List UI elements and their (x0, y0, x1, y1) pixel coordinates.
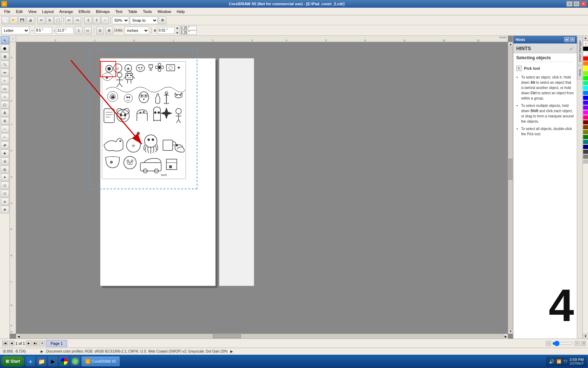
scroll-left-button[interactable]: ◀ (16, 334, 21, 339)
hints-close-button[interactable]: ✕ (570, 37, 575, 42)
import-button[interactable]: ⇩ (84, 16, 92, 24)
color-green[interactable] (583, 76, 588, 80)
shape-tool-button[interactable]: ⬟ (1, 45, 9, 52)
page-tab-1[interactable]: Page 1 (46, 340, 67, 347)
scroll-thumb-v[interactable] (509, 159, 512, 180)
new-button[interactable]: 📄 (1, 16, 9, 24)
color-purple-blue[interactable] (583, 101, 588, 105)
scroll-up-button[interactable]: ▲ (508, 42, 513, 47)
taskbar-coreldraw-item[interactable]: C CorelDRAW X5 (82, 356, 120, 366)
color-pink[interactable] (583, 115, 588, 120)
tray-network-icon[interactable]: 📶 (556, 359, 561, 364)
ellipse-tool-button[interactable]: ○ (1, 93, 9, 101)
tray-shield-icon[interactable]: 🛡 (564, 359, 567, 363)
text-tool-button[interactable]: A (1, 109, 9, 117)
menu-help[interactable]: Help (174, 9, 188, 14)
color-black[interactable] (583, 47, 588, 51)
page-next-button[interactable]: ▶ (26, 341, 31, 346)
color-gray[interactable] (583, 155, 588, 159)
connector-tool-button[interactable]: ⌐ (1, 133, 9, 141)
nudge-input[interactable] (157, 27, 175, 34)
color-brown[interactable] (583, 125, 588, 129)
menu-file[interactable]: File (1, 9, 13, 14)
workspace[interactable]: ⊙ ★ (16, 42, 508, 334)
menu-effects[interactable]: Effects (76, 9, 93, 14)
scroll-thumb-h[interactable] (213, 334, 241, 338)
zoom-fit-button[interactable]: ⊡ (581, 341, 586, 346)
page-prev-button[interactable]: ◀ (9, 341, 14, 346)
menu-window[interactable]: Window (155, 9, 174, 14)
snap-select[interactable]: Snap to (130, 16, 158, 24)
scrollbar-vertical[interactable]: ▲ ▼ (508, 42, 513, 334)
color-navy[interactable] (583, 145, 588, 149)
rectangle-tool-button[interactable]: ▭ (1, 85, 9, 93)
quick-launch-coreldraw[interactable]: C (70, 356, 80, 366)
publish-button[interactable]: ↑ (101, 16, 109, 24)
pick-tool-button[interactable]: ↖ (1, 36, 9, 44)
close-button[interactable]: ✕ (580, 1, 587, 7)
crop-tool-button[interactable]: ⊞ (1, 53, 9, 60)
portrait-button[interactable]: ▯ (75, 27, 83, 34)
distort-tool-button[interactable]: ⊕ (1, 206, 9, 213)
color-none[interactable]: ✕ (583, 41, 588, 46)
options-button[interactable]: ⚙ (159, 16, 166, 24)
nudge2-input[interactable] (179, 26, 197, 30)
smartfill-tool-button[interactable]: ✦ (1, 173, 9, 181)
quick-launch-media[interactable]: ▶ (48, 356, 58, 366)
hints-side-tab[interactable]: Hints (577, 66, 583, 80)
menu-table[interactable]: Table (125, 9, 140, 14)
color-yellow[interactable] (583, 66, 588, 70)
quick-launch-ie[interactable]: e (26, 356, 35, 366)
color-scroll-down[interactable]: ▼ (583, 334, 588, 339)
scroll-down-button[interactable]: ▼ (508, 329, 513, 334)
canvas-area[interactable]: ↗ -2 -1 0 1 2 3 4 5 6 8 10 12 (10, 36, 513, 339)
page-options-button[interactable]: ⊡ (96, 27, 104, 34)
color-teal[interactable] (583, 140, 588, 144)
menu-layout[interactable]: Layout (39, 9, 56, 14)
table-tool-button[interactable]: ⊟ (1, 117, 9, 125)
polygon-tool-button[interactable]: ⬡ (1, 101, 9, 109)
menu-arrange[interactable]: Arrange (56, 9, 76, 14)
zoom-select[interactable]: 50% (112, 16, 129, 24)
zoom-slider[interactable] (552, 342, 573, 345)
color-magenta[interactable] (583, 110, 588, 115)
color-purple[interactable] (583, 105, 588, 110)
copy-button[interactable]: ⎘ (46, 16, 54, 24)
undo-button[interactable]: ↩ (65, 16, 73, 24)
blend-tool-button[interactable]: ⇌ (1, 141, 9, 149)
save-button[interactable]: 💾 (18, 16, 26, 24)
color-yellow-green[interactable] (583, 71, 588, 75)
minimize-button[interactable]: − (566, 1, 573, 7)
landscape-button[interactable]: ▭ (84, 27, 92, 34)
color-white[interactable] (583, 52, 588, 56)
color-silver[interactable] (583, 159, 588, 164)
menu-tools[interactable]: Tools (140, 9, 155, 14)
maximize-button[interactable]: □ (573, 1, 580, 7)
color-orange[interactable] (583, 61, 588, 66)
color-scroll-up[interactable]: ▲ (583, 36, 588, 41)
export-button[interactable]: ⇧ (93, 16, 100, 24)
page-first-button[interactable]: |◀ (2, 341, 8, 346)
color-cyan-green[interactable] (583, 81, 588, 85)
scroll-right-button[interactable]: ▶ (503, 334, 508, 339)
zoom-tool-button[interactable]: 🔍 (1, 61, 9, 68)
menu-bitmaps[interactable]: Bitmaps (93, 9, 113, 14)
color-gray-dark[interactable] (583, 150, 588, 154)
units-select[interactable]: inches (125, 27, 149, 34)
nudge3-input[interactable] (179, 30, 197, 35)
zoom-minus-button[interactable]: − (546, 341, 551, 346)
color-red[interactable] (583, 56, 588, 61)
scrollbar-horizontal[interactable]: ◀ ▶ (16, 334, 508, 339)
eraser-tool-button[interactable]: ◻ (1, 190, 9, 197)
tray-speaker-icon[interactable]: 🔊 (549, 359, 554, 364)
dimension-tool-button[interactable]: ↔ (1, 125, 9, 133)
menu-edit[interactable]: Edit (13, 9, 26, 14)
freehand-tool-button[interactable]: ✏ (1, 69, 9, 76)
add-page-button[interactable]: + (39, 341, 45, 346)
page-size-select[interactable]: Letter (1, 27, 29, 34)
direct-manager-tab[interactable]: Direct Manager (577, 37, 583, 65)
smartdraw-tool-button[interactable]: ⤷ (1, 77, 9, 84)
grid-button[interactable]: ⊞ (105, 27, 113, 34)
zoom-plus-button[interactable]: + (575, 341, 580, 346)
transparency-tool-button[interactable]: ◈ (1, 149, 9, 157)
